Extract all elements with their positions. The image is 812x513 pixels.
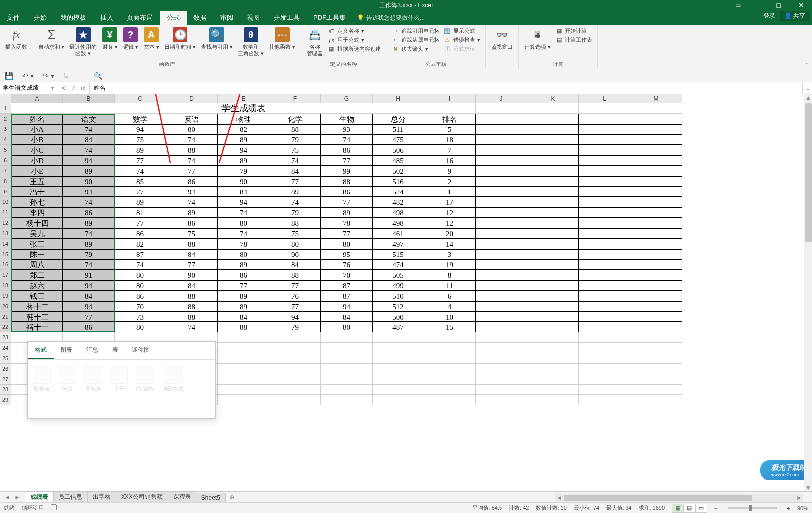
login-link[interactable]: 登录 [763,12,775,20]
spreadsheet-grid[interactable]: ABCDEFGHIJKLM 12345678910111213141516171… [0,94,812,491]
record-macro-button[interactable] [51,504,57,510]
tab-data[interactable]: 数据 [187,11,213,25]
trace-precedents-button[interactable]: ⇢追踪引用单元格 [391,27,439,35]
qa-item-top10[interactable]: 前 10% [136,366,154,398]
redo-button[interactable]: ↷ ▾ [43,72,54,80]
trace-dependents-button[interactable]: ⇠追踪从属单元格 [391,36,439,44]
row-header-10[interactable]: 10 [0,197,11,207]
qa-tab-charts[interactable]: 图表 [54,342,79,359]
row-headers[interactable]: 1234567891011121314151617181920212223242… [0,103,11,405]
row-header-19[interactable]: 19 [0,291,11,301]
qa-tab-format[interactable]: 格式 [28,342,54,359]
row-header-14[interactable]: 14 [0,239,11,249]
tab-insert[interactable]: 插入 [93,11,120,25]
row-header-24[interactable]: 24 [0,343,11,353]
row-header-18[interactable]: 18 [0,280,11,291]
logical-button[interactable]: ?逻辑 ▾ [120,26,141,51]
row-header-23[interactable]: 23 [0,332,11,343]
qa-item-iconset[interactable]: 图标集 [84,366,102,398]
tab-formulas[interactable]: 公式 [160,11,187,25]
sheet-nav-next[interactable]: ► [13,494,22,501]
qa-tab-totals[interactable]: 汇总 [79,342,105,359]
column-header-D[interactable]: D [166,94,218,103]
row-header-29[interactable]: 29 [0,395,11,405]
collapse-ribbon-button[interactable]: ˄ [801,25,812,69]
tab-pdf[interactable]: PDF工具集 [307,11,353,25]
zoom-slider[interactable] [728,507,777,509]
tab-page-layout[interactable]: 页面布局 [120,11,160,25]
row-header-11[interactable]: 11 [0,207,11,218]
column-header-H[interactable]: H [373,94,424,103]
error-checking-button[interactable]: ⚠错误检查 ▾ [443,36,480,44]
recently-used-button[interactable]: ★最近使用的 函数 ▾ [67,26,99,58]
minimize-button[interactable]: — [745,0,767,11]
row-header-12[interactable]: 12 [0,218,11,228]
use-in-formula-button[interactable]: ƒx用于公式 ▾ [327,36,381,44]
sheet-tab-2[interactable]: 出字格 [87,491,116,502]
watch-window-button[interactable]: 👓监视窗口 [489,26,515,51]
column-header-K[interactable]: K [527,94,579,103]
evaluate-formula-button[interactable]: ⓕ公式求值 [443,45,480,53]
define-name-button[interactable]: 🏷定义名称 ▾ [327,27,381,35]
row-header-15[interactable]: 15 [0,249,11,259]
horizontal-scrollbar[interactable]: ◄ ► [555,494,803,502]
view-layout-button[interactable]: ▤ [684,504,695,513]
sheet-tab-0[interactable]: 成绩表 [25,491,54,502]
maximize-button[interactable]: □ [767,0,790,11]
sheet-nav-prev[interactable]: ◄ [3,494,12,501]
row-header-16[interactable]: 16 [0,259,11,270]
row-header-6[interactable]: 6 [0,155,11,166]
column-header-I[interactable]: I [424,94,476,103]
row-header-7[interactable]: 7 [0,166,11,176]
row-header-5[interactable]: 5 [0,145,11,155]
column-header-F[interactable]: F [269,94,321,103]
view-pagebreak-button[interactable]: ▭ [695,504,707,513]
calculate-now-button[interactable]: ▦开始计算 [555,27,592,35]
name-manager-button[interactable]: 📇名称 管理器 [304,26,325,58]
undo-button[interactable]: ↶ ▾ [22,72,34,80]
row-header-1[interactable]: 1 [0,103,11,114]
column-header-J[interactable]: J [476,94,527,103]
save-button[interactable]: 💾 [5,72,13,80]
tab-home[interactable]: 开始 [27,11,54,25]
autosum-button[interactable]: Σ自动求和 ▾ [36,26,67,51]
financial-button[interactable]: ¥财务 ▾ [99,26,120,51]
sheet-tab-1[interactable]: 员工信息 [53,491,88,502]
create-from-selection-button[interactable]: ▦根据所选内容创建 [327,45,381,53]
select-all-button[interactable] [0,94,11,103]
qa-item-colorscale[interactable]: 色阶 [59,366,76,398]
expand-formula-bar-button[interactable]: ⌄ [802,82,812,94]
column-header-M[interactable]: M [630,94,682,103]
row-header-4[interactable]: 4 [0,134,11,145]
add-sheet-button[interactable]: ⊕ [225,494,238,501]
lookup-button[interactable]: 🔍查找与引用 ▾ [198,26,235,51]
text-button[interactable]: A文本 ▾ [141,26,162,51]
row-header-13[interactable]: 13 [0,228,11,239]
row-header-27[interactable]: 27 [0,374,11,385]
qa-item-greater[interactable]: 大于 [110,366,128,398]
tab-review[interactable]: 审阅 [213,11,240,25]
row-header-2[interactable]: 2 [0,114,11,124]
datetime-button[interactable]: 🕒日期和时间 ▾ [162,26,198,51]
column-header-E[interactable]: E [218,94,269,103]
sheet-tab-4[interactable]: 课程表 [168,491,196,502]
tab-developer[interactable]: 开发工具 [267,11,307,25]
column-header-G[interactable]: G [321,94,373,103]
row-header-26[interactable]: 26 [0,364,11,374]
tab-file[interactable]: 文件 [0,11,27,25]
row-header-3[interactable]: 3 [0,124,11,134]
qa-item-clear[interactable]: 清除格式 [162,366,184,398]
ribbon-display-options[interactable]: ▭ [730,0,745,11]
enter-formula-button[interactable]: ✓ [71,85,76,92]
tell-me-search[interactable]: 💡告诉我您想要做什么... [357,11,425,25]
row-header-21[interactable]: 21 [0,312,11,322]
column-header-L[interactable]: L [579,94,630,103]
column-headers[interactable]: ABCDEFGHIJKLM [11,94,682,103]
remove-arrows-button[interactable]: ✖移去箭头 ▾ [391,45,439,53]
qa-tab-sparklines[interactable]: 迷你图 [125,342,157,359]
print-button[interactable]: 🖶 [63,72,70,80]
column-header-B[interactable]: B [63,94,115,103]
insert-function-button[interactable]: fx 插入函数 [3,26,30,51]
row-header-22[interactable]: 22 [0,322,11,332]
vertical-scrollbar[interactable]: ▲ ▼ [804,94,812,491]
